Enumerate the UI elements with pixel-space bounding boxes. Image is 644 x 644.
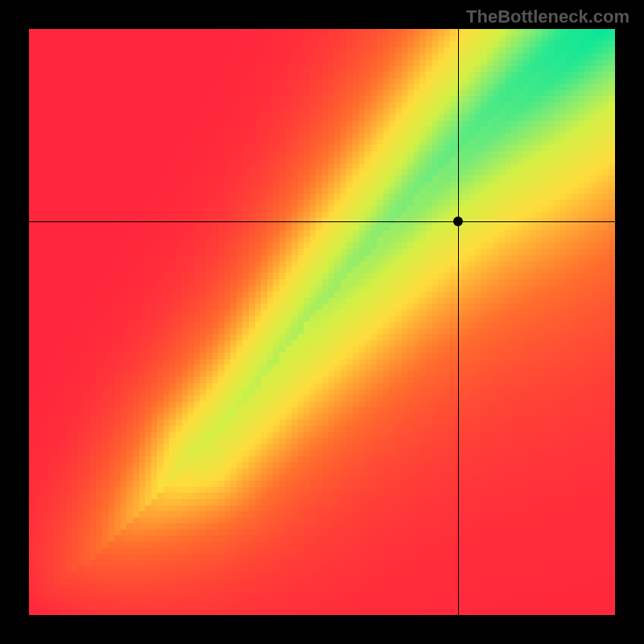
bottleneck-heatmap	[29, 29, 615, 615]
crosshair-horizontal	[29, 221, 615, 222]
heatmap-canvas	[29, 29, 615, 615]
crosshair-vertical	[458, 29, 459, 615]
selected-point-marker	[453, 217, 463, 226]
watermark-label: TheBottleneck.com	[466, 6, 630, 27]
